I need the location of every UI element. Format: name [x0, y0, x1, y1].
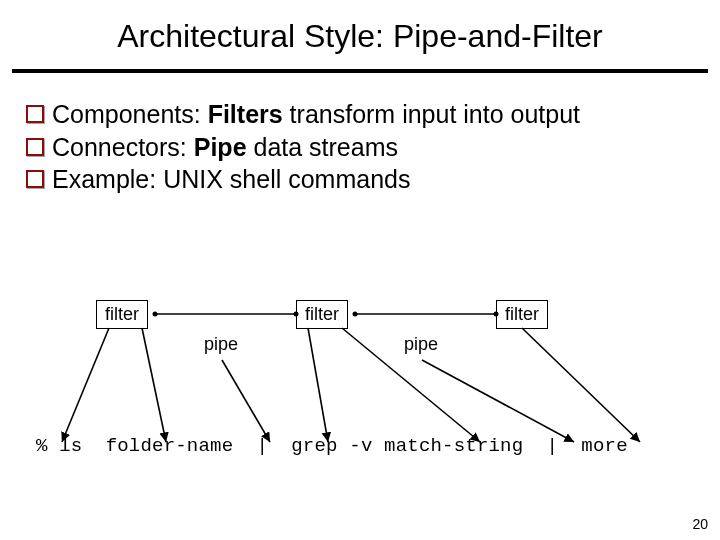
list-item: Example: UNIX shell commands — [26, 164, 700, 195]
bullet-rest: transform input into output — [283, 100, 580, 128]
bullet-prefix: Connectors: — [52, 133, 194, 161]
pipe-filter-diagram: filter filter filter pipe pipe — [0, 290, 720, 450]
bullet-list: Components: Filters transform input into… — [26, 99, 700, 195]
square-bullet-icon — [26, 170, 44, 188]
bullet-bold: Filters — [208, 100, 283, 128]
bullet-prefix: Components: — [52, 100, 208, 128]
square-bullet-icon — [26, 105, 44, 123]
list-item: Components: Filters transform input into… — [26, 99, 700, 130]
page-title: Architectural Style: Pipe-and-Filter — [0, 0, 720, 69]
cmd-pipe-1: | — [233, 435, 291, 457]
filter-box-2: filter — [296, 300, 348, 329]
diagram-arrows — [0, 0, 720, 540]
command-line-example: % ls folder-name | grep -v match-string … — [36, 435, 628, 457]
cmd-more: more — [581, 435, 627, 457]
bullet-text: Connectors: Pipe data streams — [52, 132, 398, 163]
cmd-pipe-2: | — [523, 435, 581, 457]
bullet-text: Components: Filters transform input into… — [52, 99, 580, 130]
title-divider — [12, 69, 708, 73]
cmd-ls: % ls — [36, 435, 106, 457]
bullet-bold: Pipe — [194, 133, 247, 161]
bullet-text: Example: UNIX shell commands — [52, 164, 410, 195]
bullet-rest: data streams — [247, 133, 398, 161]
pipe-label-1: pipe — [204, 334, 238, 355]
cmd-folder: folder-name — [106, 435, 234, 457]
filter-box-1: filter — [96, 300, 148, 329]
cmd-grep: grep -v match-string — [291, 435, 523, 457]
bullet-prefix: Example: UNIX shell commands — [52, 165, 410, 193]
list-item: Connectors: Pipe data streams — [26, 132, 700, 163]
filter-box-3: filter — [496, 300, 548, 329]
pipe-label-2: pipe — [404, 334, 438, 355]
slide: Architectural Style: Pipe-and-Filter Com… — [0, 0, 720, 540]
square-bullet-icon — [26, 138, 44, 156]
page-number: 20 — [692, 516, 708, 532]
